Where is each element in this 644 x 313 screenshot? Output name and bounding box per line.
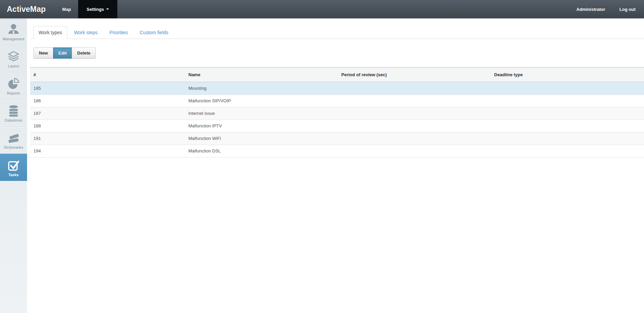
table-row[interactable]: 186 Malfunction SIP/VOIP (30, 95, 644, 107)
sidebar-item-label: Layers (8, 64, 19, 68)
cell-period (338, 95, 491, 107)
cell-period (338, 120, 491, 132)
sidebar-item-datastores[interactable]: Datastores (0, 100, 27, 127)
cell-deadline (491, 107, 644, 120)
books-icon (7, 131, 20, 145)
pie-chart-icon (7, 77, 20, 90)
cell-deadline (491, 82, 644, 95)
edit-button[interactable]: Edit (53, 47, 72, 59)
user-menu: Administrator Log out (569, 0, 644, 18)
sidebar-item-label: Reports (7, 91, 20, 95)
cell-name: Internet issue (185, 107, 338, 120)
new-button[interactable]: New (33, 47, 53, 59)
app-window: ActiveMap Map Settings Administrator Log… (0, 0, 644, 313)
checkbox-icon (6, 158, 21, 172)
cell-name: Malfunction IPTV (185, 120, 338, 132)
tab-work-steps[interactable]: Work steps (69, 26, 103, 39)
column-header-num[interactable]: # (30, 67, 185, 82)
cell-name: Malfunction WiFi (185, 132, 338, 145)
sidebar-item-label: Dictionaries (4, 145, 23, 149)
tab-custom-fields[interactable]: Custom fields (135, 26, 174, 39)
cell-num: 188 (30, 120, 185, 132)
sidebar-item-label: Tasks (8, 173, 19, 177)
sidebar-item-management[interactable]: Management (0, 18, 27, 45)
cell-deadline (491, 145, 644, 157)
caret-down-icon (106, 8, 109, 10)
tab-bar: Work types Work steps Priorities Custom … (30, 26, 644, 39)
cell-period (338, 82, 491, 95)
column-header-period[interactable]: Period of review (sec) (338, 67, 491, 82)
cell-num: 194 (30, 145, 185, 157)
top-navbar: ActiveMap Map Settings Administrator Log… (0, 0, 644, 18)
cell-num: 186 (30, 95, 185, 107)
cell-name: Mounting (185, 82, 338, 95)
cell-num: 191 (30, 132, 185, 145)
sidebar-item-tasks[interactable]: Tasks (0, 154, 27, 181)
layers-icon (7, 50, 20, 63)
column-header-name[interactable]: Name (185, 67, 338, 82)
nav-item-map-label: Map (62, 7, 71, 12)
logout-button[interactable]: Log out (612, 0, 643, 18)
cell-deadline (491, 132, 644, 145)
nav-item-map[interactable]: Map (55, 0, 78, 18)
cell-name: Malfunction DSL (185, 145, 338, 157)
database-icon (7, 104, 20, 118)
nav-item-settings[interactable]: Settings (78, 0, 117, 18)
cell-num: 187 (30, 107, 185, 120)
column-header-deadline[interactable]: Deadline type (491, 67, 644, 82)
sidebar-item-layers[interactable]: Layers (0, 45, 27, 72)
table-row[interactable]: 191 Malfunction WiFi (30, 132, 644, 145)
sidebar-item-reports[interactable]: Reports (0, 72, 27, 100)
actions-toolbar: New Edit Delete (33, 47, 96, 59)
tab-priorities[interactable]: Priorities (105, 26, 133, 39)
user-icon (7, 23, 20, 36)
sidebar-item-label: Datastores (4, 118, 22, 122)
main-content: Work types Work steps Priorities Custom … (27, 18, 644, 313)
delete-button[interactable]: Delete (72, 47, 96, 59)
cell-period (338, 107, 491, 120)
table-row[interactable]: 188 Malfunction IPTV (30, 120, 644, 132)
cell-period (338, 145, 491, 157)
cell-name: Malfunction SIP/VOIP (185, 95, 338, 107)
table-row[interactable]: 194 Malfunction DSL (30, 145, 644, 157)
table-row[interactable]: 187 Internet issue (30, 107, 644, 120)
nav-item-settings-label: Settings (87, 7, 104, 12)
tab-work-types[interactable]: Work types (33, 26, 67, 39)
sidebar-item-dictionaries[interactable]: Dictionaries (0, 127, 27, 154)
table-row[interactable]: 185 Mounting (30, 82, 644, 95)
cell-deadline (491, 120, 644, 132)
main-menu: Map Settings (55, 0, 117, 18)
cell-num: 185 (30, 82, 185, 95)
cell-deadline (491, 95, 644, 107)
work-types-table: # Name Period of review (sec) Deadline t… (30, 67, 644, 158)
sidebar-item-label: Management (3, 37, 24, 41)
brand-logo[interactable]: ActiveMap (0, 0, 55, 18)
left-sidebar: Management Layers Reports (0, 18, 27, 313)
current-user[interactable]: Administrator (569, 0, 612, 18)
table-header-row: # Name Period of review (sec) Deadline t… (30, 67, 644, 82)
cell-period (338, 132, 491, 145)
